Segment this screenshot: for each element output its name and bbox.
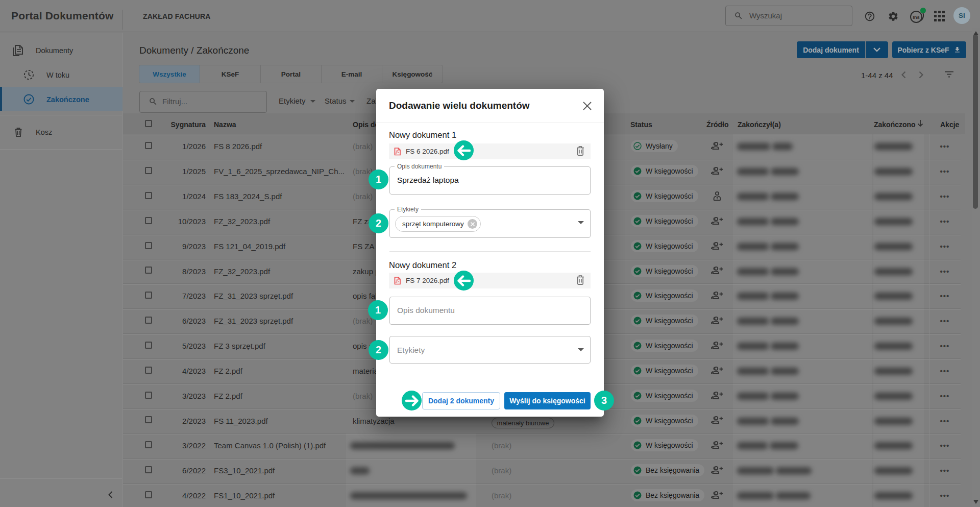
svg-text:Ins: Ins [913,14,920,20]
